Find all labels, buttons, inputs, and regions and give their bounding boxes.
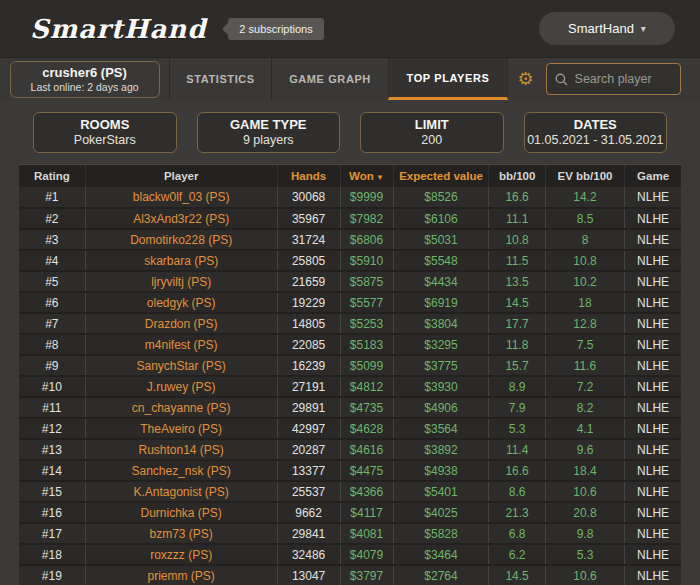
cell-player[interactable]: Domotirko228 (PS)	[85, 229, 277, 250]
cell-player[interactable]: SanychStar (PS)	[85, 355, 277, 376]
cell-hands: 16239	[277, 355, 340, 376]
cell-game: NLHE	[625, 544, 681, 565]
table-header-row: RatingPlayerHandsWon ▼Expected valuebb/1…	[19, 165, 681, 187]
search-player-box[interactable]	[546, 63, 681, 95]
cell-player[interactable]: Sanchez_nsk (PS)	[85, 460, 277, 481]
cell-hands: 19229	[277, 292, 340, 313]
cell-won: $4366	[340, 481, 393, 502]
cell-bb100: 13.5	[489, 271, 545, 292]
table-row[interactable]: #10J.ruwey (PS)27191$4812$39308.97.2NLHE	[19, 376, 681, 397]
cell-hands: 29841	[277, 523, 340, 544]
cell-player[interactable]: skarbara (PS)	[85, 250, 277, 271]
cell-player[interactable]: priemm (PS)	[85, 565, 277, 585]
cell-expected_value: $6919	[393, 292, 489, 313]
column-header-rating[interactable]: Rating	[19, 165, 85, 187]
table-row[interactable]: #7Drazdon (PS)14805$5253$380417.712.8NLH…	[19, 313, 681, 334]
cell-game: NLHE	[625, 376, 681, 397]
cell-rating: #12	[19, 418, 85, 439]
cell-bb100: 8.6	[489, 481, 545, 502]
cell-ev_bb100: 8.5	[545, 208, 624, 229]
cell-rating: #7	[19, 313, 85, 334]
cell-player[interactable]: Durnichka (PS)	[85, 502, 277, 523]
filter-limit-value: 200	[363, 133, 501, 147]
table-row[interactable]: #12TheAveiro (PS)42997$4628$35645.34.1NL…	[19, 418, 681, 439]
table-row[interactable]: #11cn_chayanne (PS)29891$4735$49067.98.2…	[19, 397, 681, 418]
filter-rooms[interactable]: ROOMS PokerStars	[33, 112, 177, 153]
cell-player[interactable]: Al3xAnd3r22 (PS)	[85, 208, 277, 229]
cell-player[interactable]: oledgyk (PS)	[85, 292, 277, 313]
player-profile-box: crusher6 (PS) Last online: 2 days ago	[10, 61, 160, 98]
tab-bar: crusher6 (PS) Last online: 2 days ago ST…	[0, 57, 700, 100]
cell-bb100: 16.6	[489, 187, 545, 208]
filter-game-type[interactable]: GAME TYPE 9 players	[197, 112, 341, 153]
cell-player[interactable]: TheAveiro (PS)	[85, 418, 277, 439]
tab-game-graph[interactable]: GAME GRAPH	[271, 58, 388, 100]
cell-hands: 25537	[277, 481, 340, 502]
column-header-ev_bb100[interactable]: EV bb/100	[545, 165, 624, 187]
cell-hands: 20287	[277, 439, 340, 460]
cell-player[interactable]: Rushton14 (PS)	[85, 439, 277, 460]
cell-hands: 29891	[277, 397, 340, 418]
table-row[interactable]: #4skarbara (PS)25805$5910$554811.510.8NL…	[19, 250, 681, 271]
cell-player[interactable]: J.ruwey (PS)	[85, 376, 277, 397]
table-row[interactable]: #9SanychStar (PS)16239$5099$377515.711.6…	[19, 355, 681, 376]
cell-bb100: 21.3	[489, 502, 545, 523]
column-header-expected_value[interactable]: Expected value	[393, 165, 489, 187]
cell-expected_value: $4938	[393, 460, 489, 481]
tab-player-profile[interactable]: crusher6 (PS) Last online: 2 days ago	[0, 58, 169, 100]
column-header-bb100[interactable]: bb/100	[489, 165, 545, 187]
cell-rating: #17	[19, 523, 85, 544]
cell-player[interactable]: K.Antagonist (PS)	[85, 481, 277, 502]
column-header-player[interactable]: Player	[85, 165, 277, 187]
table-row[interactable]: #16Durnichka (PS)9662$4117$402521.320.8N…	[19, 502, 681, 523]
cell-won: $4628	[340, 418, 393, 439]
filter-dates-value: 01.05.2021 - 31.05.2021	[527, 133, 665, 147]
table-row[interactable]: #14Sanchez_nsk (PS)13377$4475$493816.618…	[19, 460, 681, 481]
table-row[interactable]: #6oledgyk (PS)19229$5577$691914.518NLHE	[19, 292, 681, 313]
table-row[interactable]: #18roxzzz (PS)32486$4079$34646.25.3NLHE	[19, 544, 681, 565]
column-header-hands[interactable]: Hands	[277, 165, 340, 187]
filter-game-type-value: 9 players	[200, 133, 338, 147]
cell-rating: #5	[19, 271, 85, 292]
table-row[interactable]: #1blackw0lf_03 (PS)30068$9999$852616.614…	[19, 187, 681, 208]
filter-limit[interactable]: LIMIT 200	[360, 112, 504, 153]
subscriptions-badge[interactable]: 2 subscriptions	[228, 18, 323, 40]
account-menu-button[interactable]: SmartHand ▾	[539, 12, 675, 45]
table-row[interactable]: #13Rushton14 (PS)20287$4616$389211.49.6N…	[19, 439, 681, 460]
cell-won: $4081	[340, 523, 393, 544]
cell-rating: #15	[19, 481, 85, 502]
cell-expected_value: $3930	[393, 376, 489, 397]
search-player-input[interactable]	[575, 72, 672, 86]
cell-ev_bb100: 9.8	[545, 523, 624, 544]
table-row[interactable]: #8m4nifest (PS)22085$5183$329511.87.5NLH…	[19, 334, 681, 355]
cell-hands: 14805	[277, 313, 340, 334]
gear-icon[interactable]: ⚙	[508, 58, 544, 100]
cell-player[interactable]: roxzzz (PS)	[85, 544, 277, 565]
cell-ev_bb100: 10.8	[545, 250, 624, 271]
table-row[interactable]: #17bzm73 (PS)29841$4081$58286.89.8NLHE	[19, 523, 681, 544]
cell-ev_bb100: 14.2	[545, 187, 624, 208]
filter-dates[interactable]: DATES 01.05.2021 - 31.05.2021	[524, 112, 668, 153]
table-row[interactable]: #15K.Antagonist (PS)25537$4366$54018.610…	[19, 481, 681, 502]
cell-hands: 21659	[277, 271, 340, 292]
cell-player[interactable]: bzm73 (PS)	[85, 523, 277, 544]
table-row[interactable]: #3Domotirko228 (PS)31724$6806$503110.88N…	[19, 229, 681, 250]
cell-player[interactable]: cn_chayanne (PS)	[85, 397, 277, 418]
tab-statistics[interactable]: STATISTICS	[169, 58, 271, 100]
cell-player[interactable]: Drazdon (PS)	[85, 313, 277, 334]
cell-won: $4735	[340, 397, 393, 418]
tab-top-players[interactable]: TOP PLAYERS	[388, 58, 507, 100]
cell-player[interactable]: m4nifest (PS)	[85, 334, 277, 355]
subscriptions-badge-label: 2 subscriptions	[239, 23, 312, 35]
table-row[interactable]: #19priemm (PS)13047$3797$276414.510.6NLH…	[19, 565, 681, 585]
cell-expected_value: $3564	[393, 418, 489, 439]
cell-player[interactable]: blackw0lf_03 (PS)	[85, 187, 277, 208]
table-row[interactable]: #2Al3xAnd3r22 (PS)35967$7982$610611.18.5…	[19, 208, 681, 229]
cell-player[interactable]: ljryviltj (PS)	[85, 271, 277, 292]
cell-rating: #8	[19, 334, 85, 355]
column-header-game[interactable]: Game	[625, 165, 681, 187]
cell-hands: 35967	[277, 208, 340, 229]
cell-bb100: 14.5	[489, 565, 545, 585]
table-row[interactable]: #5ljryviltj (PS)21659$5875$443413.510.2N…	[19, 271, 681, 292]
column-header-won[interactable]: Won ▼	[340, 165, 393, 187]
